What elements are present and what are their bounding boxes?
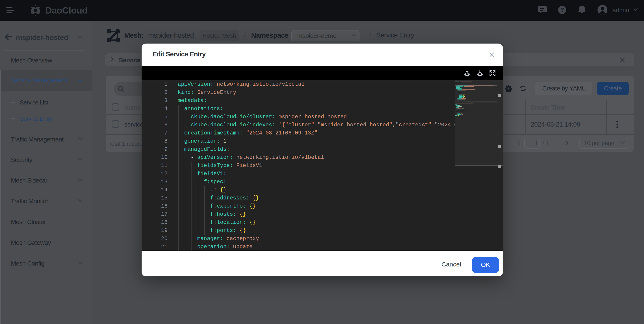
svg-text:?: ? <box>560 6 564 13</box>
